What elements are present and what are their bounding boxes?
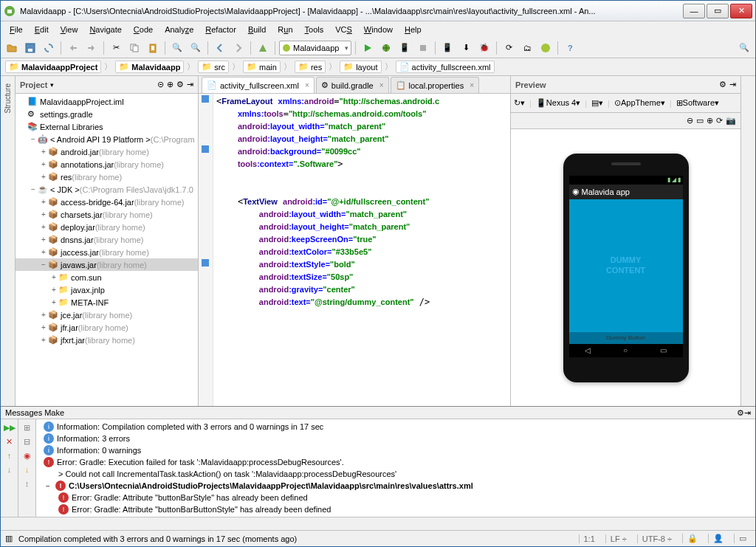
zoom-out-icon[interactable]: ⊖ xyxy=(687,116,693,125)
message-row[interactable]: iInformation: 3 errors xyxy=(39,433,752,444)
find-icon[interactable]: 🔍 xyxy=(169,40,185,56)
open-icon[interactable] xyxy=(4,40,20,56)
tree-row[interactable]: −📦javaws.jar (library home) xyxy=(16,258,198,271)
collapse-icon[interactable]: ⊝ xyxy=(157,80,164,89)
make-icon[interactable] xyxy=(255,40,271,56)
tab-local-properties[interactable]: 📋local.properties× xyxy=(391,77,479,93)
tree-row[interactable]: ⚙settings.gradle xyxy=(16,108,198,120)
settings-icon[interactable]: ⚙ xyxy=(176,80,184,89)
avd-icon[interactable]: 📱 xyxy=(439,40,456,56)
device-combo[interactable]: 📱Nexus 4▾ xyxy=(536,98,580,108)
paste-icon[interactable] xyxy=(145,40,161,56)
refresh-icon[interactable]: ⟳ xyxy=(716,116,723,125)
copy-icon[interactable] xyxy=(126,40,142,56)
tree-row[interactable]: +📦annotations.jar (library home) xyxy=(16,158,198,171)
project-structure-icon[interactable]: 🗂 xyxy=(519,40,535,56)
rerun-icon[interactable]: ▶▶ xyxy=(4,422,16,433)
message-row[interactable]: −!C:\Users\Ontecnia\AndroidStudioProject… xyxy=(39,480,752,492)
collapse-icon[interactable]: ⊟ xyxy=(21,436,33,447)
tree-row[interactable]: +📦deploy.jar (library home) xyxy=(16,221,198,233)
code-editor[interactable]: <FrameLayout xmlns:android="http://schem… xyxy=(199,94,510,406)
search-everywhere-icon[interactable]: 🔍 xyxy=(736,40,752,56)
tree-row[interactable]: +📦jfxrt.jar (library home) xyxy=(16,334,198,346)
tree-row[interactable]: +📦access-bridge-64.jar (library home) xyxy=(16,196,198,208)
tree-row[interactable]: +📦res (library home) xyxy=(16,171,198,183)
undo-icon[interactable] xyxy=(65,40,81,56)
tool-window-icon[interactable]: ▥ xyxy=(5,534,13,543)
menu-edit[interactable]: Edit xyxy=(30,24,53,35)
zoom-in-icon[interactable]: ⊕ xyxy=(707,116,713,125)
down-icon[interactable]: ↓ xyxy=(4,464,16,475)
export-icon[interactable]: ↓ xyxy=(21,464,33,475)
project-tree[interactable]: 📘MalavidaappProject.iml⚙settings.gradle📚… xyxy=(16,94,198,406)
breadcrumb-item[interactable]: 📁 Malavidaapp xyxy=(115,61,184,73)
tree-row[interactable]: +📦jce.jar (library home) xyxy=(16,309,198,321)
message-row[interactable]: !Error: Gradle: Execution failed for tas… xyxy=(39,456,752,468)
hide-icon[interactable]: ⇥ xyxy=(187,80,193,89)
config-icon[interactable]: ▤▾ xyxy=(591,98,603,108)
breadcrumb-item[interactable]: 📁 res xyxy=(295,61,326,73)
tree-row[interactable]: 📚External Libraries xyxy=(16,120,198,133)
menu-build[interactable]: Build xyxy=(244,24,270,35)
help-icon[interactable]: ? xyxy=(562,40,578,56)
tree-row[interactable]: +📁com.sun xyxy=(16,271,198,283)
gear-icon[interactable]: ⚙ xyxy=(719,80,726,89)
orientation-icon[interactable]: ↻▾ xyxy=(514,98,525,108)
breadcrumb-item[interactable]: 📁 main xyxy=(243,61,281,73)
mem-icon[interactable]: ▭ xyxy=(734,534,751,543)
menu-analyze[interactable]: Analyze xyxy=(160,24,198,35)
caret-pos[interactable]: 1:1 xyxy=(579,534,599,543)
menu-window[interactable]: Window xyxy=(360,24,397,35)
tab-activity-fullscreen[interactable]: 📄activity_fullscreen.xml× xyxy=(202,77,315,93)
tree-row[interactable]: +📦dnsns.jar (library home) xyxy=(16,233,198,246)
menu-navigate[interactable]: Navigate xyxy=(85,24,126,35)
tree-row[interactable]: +📦jaccess.jar (library home) xyxy=(16,246,198,258)
monitor-icon[interactable]: 🐞 xyxy=(476,40,492,56)
sdk-icon[interactable]: ⬇ xyxy=(458,40,474,56)
menu-code[interactable]: Code xyxy=(129,24,157,35)
capture-icon[interactable]: 📷 xyxy=(726,116,736,125)
message-row[interactable]: iInformation: Compilation completed with… xyxy=(39,421,752,433)
tree-row[interactable]: +📦jfr.jar (library home) xyxy=(16,321,198,334)
close-tab-icon[interactable]: × xyxy=(470,81,474,89)
gear-icon[interactable]: ⚙ xyxy=(737,408,744,418)
attach-debugger-icon[interactable]: 📱 xyxy=(396,40,413,56)
breadcrumb-item[interactable]: 📁 src xyxy=(198,61,229,73)
expand-icon[interactable]: ⊞ xyxy=(21,422,33,433)
menu-help[interactable]: Help xyxy=(400,24,426,35)
message-row[interactable]: iInformation: 0 warnings xyxy=(39,444,752,456)
locate-icon[interactable]: ⊕ xyxy=(167,80,173,89)
tree-row[interactable]: +📦android.jar (library home) xyxy=(16,145,198,158)
replace-icon[interactable]: 🔍 xyxy=(188,40,204,56)
forward-icon[interactable] xyxy=(230,40,247,56)
tree-row[interactable]: +📦charsets.jar (library home) xyxy=(16,208,198,221)
filter-warn-icon[interactable]: ◉ xyxy=(21,450,33,461)
render-combo[interactable]: ⊞Software▾ xyxy=(676,98,719,108)
menu-refactor[interactable]: Refactor xyxy=(201,24,241,35)
line-ending[interactable]: LF ÷ xyxy=(605,534,631,543)
menu-view[interactable]: View xyxy=(56,24,83,35)
zoom-fit-icon[interactable]: ▭ xyxy=(696,116,704,125)
run-config-combo[interactable]: Malavidaapp xyxy=(279,41,351,55)
run-icon[interactable] xyxy=(360,40,376,56)
android-icon[interactable] xyxy=(537,40,554,56)
save-icon[interactable] xyxy=(22,40,38,56)
tab-build-gradle[interactable]: ⚙build.gradle× xyxy=(316,77,389,93)
inspect-icon[interactable]: 👤 xyxy=(708,534,728,543)
encoding[interactable]: UTF-8 ÷ xyxy=(637,534,676,543)
message-row[interactable]: !Error: Gradle: Attribute "buttonBarStyl… xyxy=(39,492,752,503)
theme-combo[interactable]: ⊙AppTheme▾ xyxy=(614,98,665,108)
sync-icon[interactable] xyxy=(41,40,57,56)
git-icon[interactable]: 🔒 xyxy=(682,534,702,543)
menu-tools[interactable]: Tools xyxy=(300,24,329,35)
message-row[interactable]: > Could not call IncrementalTask.taskAct… xyxy=(39,468,752,480)
close-tab-icon[interactable]: × xyxy=(305,81,309,89)
breadcrumb-item[interactable]: 📁 MalavidaappProject xyxy=(5,61,101,73)
redo-icon[interactable] xyxy=(83,40,100,56)
hide-icon[interactable]: ⇥ xyxy=(744,408,751,418)
up-icon[interactable]: ↑ xyxy=(4,450,16,461)
breadcrumb-item[interactable]: 📄 activity_fullscreen.xml xyxy=(396,61,495,73)
maximize-button[interactable]: ▭ xyxy=(707,4,729,18)
tree-row[interactable]: −☕< JDK > (C:\Program Files\Java\jdk1.7.… xyxy=(16,183,198,196)
debug-icon[interactable] xyxy=(378,40,394,56)
